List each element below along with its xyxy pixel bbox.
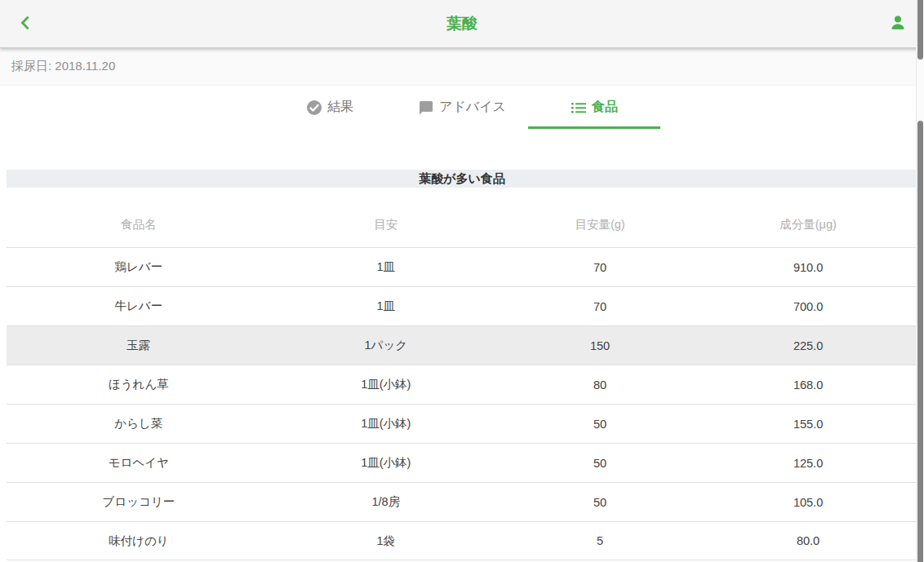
- cell-measure: 1皿: [271, 259, 501, 275]
- cell-amount: 80: [501, 378, 699, 392]
- cell-amount: 50: [501, 418, 699, 431]
- tab-results-label: 結果: [327, 99, 353, 116]
- scrollbar[interactable]: [916, 0, 924, 562]
- table-header-row: 食品名 目安 目安量(g) 成分量(μg): [7, 202, 917, 247]
- check-circle-icon: [306, 100, 322, 116]
- cell-food-name: 牛レバー: [7, 299, 271, 314]
- cell-food-name: 鶏レバー: [7, 259, 271, 275]
- cell-component: 168.0: [699, 378, 917, 392]
- tab-food-label: 食品: [592, 99, 618, 116]
- cell-food-name: 味付けのり: [7, 533, 271, 549]
- cell-measure: 1皿(小鉢): [271, 416, 501, 431]
- cell-food-name: ほうれん草: [7, 377, 271, 392]
- cell-amount: 50: [501, 457, 699, 470]
- table-row[interactable]: 牛レバー 1皿 70 700.0: [7, 286, 917, 325]
- collection-date-bar: 採尿日: 2018.11.20: [0, 48, 924, 86]
- tab-bar: 結果 アドバイス 食品: [0, 86, 924, 129]
- tab-food[interactable]: 食品: [528, 86, 660, 129]
- tab-advice-label: アドバイス: [439, 99, 506, 116]
- column-header-component: 成分量(μg): [699, 217, 917, 232]
- cell-component: 155.0: [699, 418, 917, 431]
- list-icon: [571, 100, 587, 116]
- tab-results[interactable]: 結果: [264, 86, 396, 129]
- column-header-measure: 目安: [271, 217, 501, 232]
- tab-advice[interactable]: アドバイス: [396, 86, 528, 129]
- profile-button[interactable]: [885, 11, 911, 37]
- cell-measure: 1/8房: [271, 494, 501, 510]
- chat-bubble-icon: [418, 100, 434, 116]
- cell-food-name: モロヘイヤ: [7, 455, 271, 471]
- cell-amount: 5: [501, 534, 699, 547]
- table-row[interactable]: ほうれん草 1皿(小鉢) 80 168.0: [7, 365, 917, 404]
- collection-date-label: 採尿日: 2018.11.20: [11, 59, 115, 74]
- cell-food-name: からし菜: [7, 416, 271, 431]
- cell-component: 105.0: [699, 496, 917, 509]
- cell-component: 80.0: [699, 534, 917, 547]
- cell-amount: 70: [501, 261, 699, 274]
- cell-amount: 50: [501, 496, 699, 509]
- cell-measure: 1パック: [271, 338, 501, 353]
- cell-measure: 1皿(小鉢): [271, 455, 501, 471]
- section-title: 葉酸が多い食品: [7, 170, 917, 188]
- table-row[interactable]: からし菜 1皿(小鉢) 50 155.0: [7, 404, 917, 443]
- food-table: 食品名 目安 目安量(g) 成分量(μg) 鶏レバー 1皿 70 910.0 牛…: [7, 202, 917, 560]
- column-header-food-name: 食品名: [7, 217, 271, 232]
- cell-amount: 70: [501, 300, 699, 313]
- cell-food-name: 玉露: [7, 338, 271, 353]
- cell-component: 225.0: [699, 339, 917, 352]
- cell-measure: 1皿(小鉢): [271, 377, 501, 392]
- cell-amount: 150: [501, 339, 699, 352]
- cell-component: 700.0: [699, 300, 917, 313]
- person-icon: [888, 13, 908, 35]
- page-title: 葉酸: [0, 13, 924, 34]
- table-row[interactable]: 鶏レバー 1皿 70 910.0: [7, 247, 917, 286]
- table-row[interactable]: ブロッコリー 1/8房 50 105.0: [7, 482, 917, 521]
- cell-component: 910.0: [699, 261, 917, 274]
- chevron-left-icon: [17, 14, 35, 34]
- cell-food-name: ブロッコリー: [7, 494, 271, 510]
- table-row[interactable]: モロヘイヤ 1皿(小鉢) 50 125.0: [7, 443, 917, 482]
- app-header: 葉酸: [0, 0, 924, 48]
- table-row-selected[interactable]: 玉露 1パック 150 225.0: [7, 325, 917, 365]
- cell-component: 125.0: [699, 457, 917, 470]
- back-button[interactable]: [13, 11, 39, 37]
- scrollbar-thumb-main[interactable]: [917, 121, 923, 562]
- cell-measure: 1皿: [271, 299, 501, 314]
- scrollbar-thumb-top[interactable]: [917, 0, 923, 60]
- cell-measure: 1袋: [271, 533, 501, 549]
- column-header-amount: 目安量(g): [501, 217, 699, 232]
- active-tab-underline: [528, 126, 660, 129]
- table-row[interactable]: 味付けのり 1袋 5 80.0: [7, 521, 917, 560]
